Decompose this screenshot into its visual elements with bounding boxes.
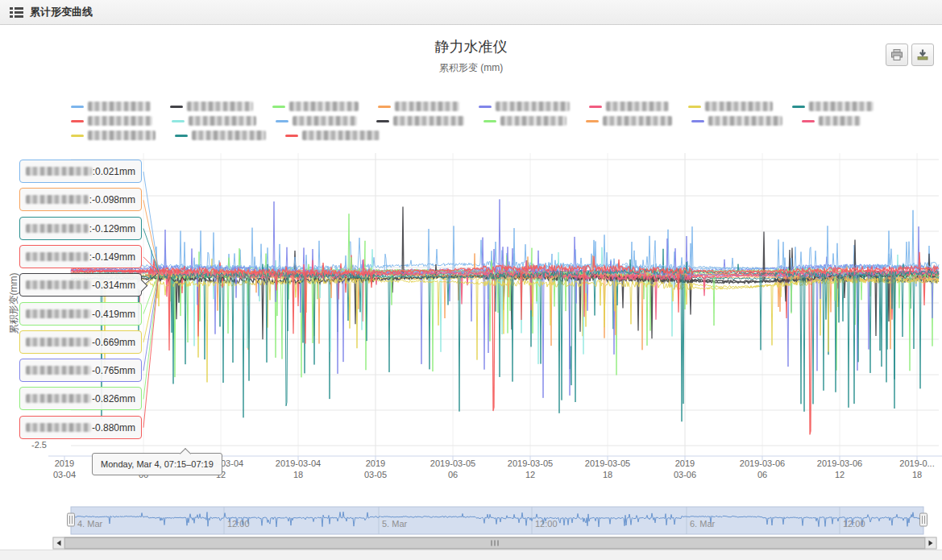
navigator-handle-right[interactable]: [920, 513, 927, 526]
legend-label-blurred: [603, 116, 672, 126]
x-axis-label-line2: 12: [492, 469, 569, 480]
download-button[interactable]: [911, 44, 934, 66]
legend-line-marker: [802, 120, 815, 122]
x-axis-label-line2: 06: [724, 469, 801, 480]
tooltip-value: :0.021mm: [93, 166, 135, 177]
legend-label-blurred: [293, 116, 357, 126]
download-icon: [916, 48, 929, 61]
x-axis-label-line2: 18: [569, 469, 646, 480]
legend-item-series-1[interactable]: [71, 102, 151, 111]
series-tooltip: :0.021mm: [19, 160, 142, 183]
legend-row: [71, 114, 874, 128]
legend-row: [71, 128, 874, 143]
tooltip-series-name-blurred: [26, 195, 89, 204]
series-tooltip: -0.669mm: [19, 330, 142, 354]
legend-label-blurred: [187, 102, 253, 111]
x-axis-label: 201903-06: [646, 458, 724, 480]
tooltip-series-name-blurred: [26, 167, 92, 176]
x-axis-label: 2019-0...18: [878, 458, 942, 480]
legend-label-blurred: [88, 131, 156, 140]
x-axis-label: 2019-03-0612: [801, 458, 878, 480]
x-axis-label-line1: 2019: [337, 458, 414, 469]
legend-item-series-17[interactable]: [71, 131, 156, 140]
legend-line-marker: [71, 135, 84, 137]
x-axis-label-line2: 18: [259, 469, 337, 480]
chart-subtitle: 累积形变 (mm): [0, 61, 942, 75]
tooltip-value: -0.419mm: [92, 309, 135, 320]
legend-label-blurred: [395, 102, 459, 111]
tooltip-value: -0.669mm: [92, 337, 135, 348]
legend-row: [71, 99, 874, 114]
legend-label-blurred: [500, 116, 566, 126]
print-button[interactable]: [886, 44, 908, 66]
series-tooltip: -0.314mm: [19, 273, 142, 297]
legend-item-series-18[interactable]: [175, 131, 266, 140]
legend-label-blurred: [496, 102, 570, 111]
legend-item-series-12[interactable]: [376, 116, 464, 126]
legend-item-series-11[interactable]: [276, 116, 357, 126]
legend-line-marker: [792, 106, 805, 108]
legend-item-series-14[interactable]: [586, 116, 672, 126]
tooltip-value: :-0.129mm: [89, 223, 135, 234]
x-axis-label-line1: 2019: [646, 458, 724, 469]
series-tooltip: -0.419mm: [19, 302, 142, 326]
legend-item-series-2[interactable]: [170, 102, 253, 111]
legend-item-series-5[interactable]: [479, 102, 570, 111]
series-tooltip: :-0.149mm: [19, 245, 142, 268]
legend-label-blurred: [88, 102, 151, 111]
legend-label-blurred: [819, 116, 861, 126]
x-axis-label-line1: 2019-03-04: [259, 458, 337, 469]
x-axis-label: 2019-03-0512: [492, 458, 569, 480]
export-buttons: [886, 44, 934, 66]
page-title: 累计形变曲线: [30, 5, 93, 19]
tooltip-series-name-blurred: [26, 280, 91, 289]
legend-label-blurred: [809, 102, 874, 111]
x-axis-label-line1: 2019-03-05: [569, 458, 646, 469]
x-axis-label-line1: 2019-0...: [878, 458, 942, 469]
legend-item-series-10[interactable]: [172, 116, 256, 126]
legend-label-blurred: [302, 131, 380, 140]
tooltip-series-name-blurred: [26, 366, 91, 375]
navigator-axis-label: 5. Mar: [382, 519, 407, 529]
legend-line-marker: [376, 120, 389, 122]
navigator-axis-label: 12:00: [535, 519, 558, 529]
x-axis-date-tooltip: Monday, Mar 4, 07:15–07:19: [92, 453, 222, 475]
legend-item-series-9[interactable]: [71, 116, 152, 126]
legend-label-blurred: [705, 102, 773, 111]
navigator-axis-label: 4. Mar: [77, 519, 102, 529]
tooltip-value: :-0.098mm: [89, 194, 135, 205]
print-icon: [890, 48, 903, 61]
navigator-axis-label: 12:00: [843, 519, 865, 529]
series-tooltip: -0.765mm: [19, 359, 142, 382]
tooltip-value: -0.826mm: [92, 393, 135, 404]
legend-item-series-15[interactable]: [691, 116, 782, 126]
legend-item-series-7[interactable]: [688, 102, 773, 111]
legend-line-marker: [285, 135, 298, 137]
legend-item-series-16[interactable]: [802, 116, 861, 126]
legend-item-series-13[interactable]: [483, 116, 566, 126]
x-axis-label: 2019-03-0506: [414, 458, 492, 480]
legend-item-series-3[interactable]: [272, 102, 359, 111]
legend-item-series-6[interactable]: [589, 102, 669, 111]
chart-legend: [71, 99, 874, 143]
legend-label-blurred: [88, 116, 152, 126]
tooltip-connector: [143, 272, 159, 428]
tooltip-value: :-0.149mm: [89, 251, 135, 263]
legend-label-blurred: [189, 116, 256, 126]
series-tooltip: :-0.129mm: [19, 217, 142, 240]
legend-item-series-4[interactable]: [378, 102, 459, 111]
app-screen: 累计形变曲线 静力水准仪 累积形变 (mm) 累积形变(mm) -2.5 201…: [0, 0, 942, 560]
legend-label-blurred: [192, 131, 266, 140]
series-line-15: [71, 199, 939, 397]
legend-line-marker: [589, 106, 602, 108]
navigator-handle-left[interactable]: [68, 513, 75, 526]
x-axis-label-line2: 06: [414, 469, 492, 480]
legend-item-series-8[interactable]: [792, 102, 874, 111]
series-tooltip: -0.826mm: [19, 387, 142, 410]
tooltip-series-name-blurred: [26, 309, 91, 318]
tooltip-series-name-blurred: [26, 252, 89, 261]
legend-line-marker: [276, 120, 288, 122]
legend-line-marker: [272, 106, 285, 108]
legend-item-series-19[interactable]: [285, 131, 380, 140]
navigator-axis-label: 12:00: [227, 519, 250, 529]
